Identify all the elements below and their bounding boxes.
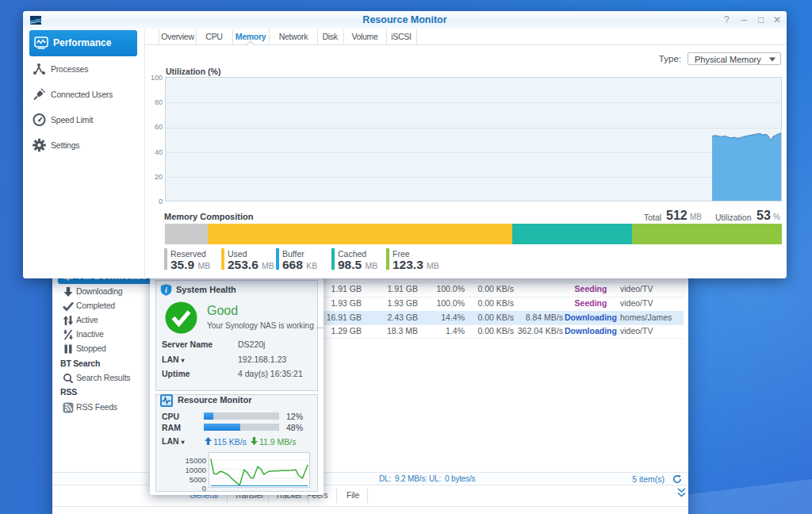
svg-text:i: i (165, 286, 167, 294)
